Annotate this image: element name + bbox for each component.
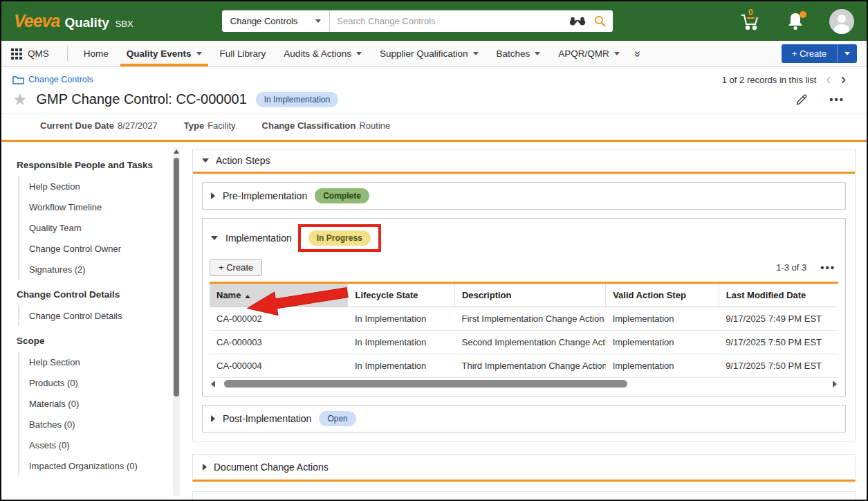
more-actions-icon[interactable]: •••: [829, 93, 844, 105]
expand-triangle-icon: [211, 192, 215, 199]
detail-field: TypeFacility: [184, 120, 236, 131]
tab-quality-events[interactable]: Quality Events: [118, 41, 211, 66]
status-badge-open: Open: [319, 411, 355, 426]
sidebar-item-batches[interactable]: Batches (0): [29, 414, 163, 435]
sidebar-item-products[interactable]: Products (0): [29, 372, 163, 393]
status-badge-complete: Complete: [315, 188, 369, 203]
effectiveness-check-section[interactable]: Effectiveness Check: [192, 491, 856, 500]
sidebar-item-signatures[interactable]: Signatures (2): [29, 259, 163, 280]
table-row: CA-000002 In Implementation First Implem…: [210, 307, 838, 331]
panel-label: Post-Implementation: [223, 413, 311, 424]
search-scope-label: Change Controls: [230, 16, 298, 26]
table-row: CA-000004 In Implementation Third Implem…: [210, 354, 838, 378]
column-header-valid-action-step[interactable]: Valid Action Step: [606, 283, 719, 307]
user-avatar[interactable]: [829, 9, 854, 34]
table-header-row: Name Lifecycle State Description Valid A…: [210, 283, 838, 307]
breadcrumb-row: Change Controls 1 of 2 records in this l…: [1, 67, 867, 85]
section-title: Effectiveness Check: [214, 499, 302, 500]
environment-label: SBX: [116, 19, 133, 29]
favorite-star-icon[interactable]: ★: [12, 92, 28, 107]
sort-ascending-icon: [245, 295, 250, 298]
record-detail-strip: Current Due Date8/27/2027 TypeFacility C…: [1, 113, 867, 137]
action-steps-section: Action Steps Pre-Implementation Complete…: [192, 149, 856, 441]
sidebar-section-title: Change Control Details: [17, 289, 163, 300]
panel-label: Implementation: [225, 233, 292, 244]
annotation-highlight-box: In Progress: [298, 224, 381, 252]
previous-record-icon[interactable]: ‹: [826, 74, 831, 85]
sidebar-item-quality-team[interactable]: Quality Team: [29, 217, 163, 238]
tab-batches[interactable]: Batches: [488, 41, 550, 66]
app-switcher[interactable]: QMS: [11, 41, 60, 66]
record-count-text: 1 of 2 records in this list: [722, 75, 817, 85]
tab-home[interactable]: Home: [75, 41, 118, 66]
folder-icon: [12, 75, 24, 84]
document-change-actions-section[interactable]: Document Change Actions: [192, 454, 856, 482]
scroll-up-icon[interactable]: [174, 149, 179, 154]
create-dropdown-button[interactable]: [837, 44, 857, 63]
breadcrumb-label: Change Controls: [28, 75, 93, 84]
sidebar-scrollbar[interactable]: [173, 147, 180, 497]
collapse-triangle-icon: [211, 236, 218, 240]
sidebar-item-materials[interactable]: Materials (0): [29, 393, 163, 414]
table-row: CA-000003 In Implementation Second Imple…: [210, 331, 838, 354]
sidebar-item-change-control-owner[interactable]: Change Control Owner: [29, 238, 163, 259]
record-main-panel: Action Steps Pre-Implementation Complete…: [187, 142, 867, 500]
action-steps-header[interactable]: Action Steps: [193, 149, 855, 174]
column-header-name[interactable]: Name: [210, 283, 348, 307]
scrollbar-thumb[interactable]: [174, 158, 179, 397]
app-window: Veeva Quality SBX Change Controls Search…: [0, 0, 868, 501]
tab-audits-actions[interactable]: Audits & Actions: [275, 41, 371, 66]
detail-field: Change ClassificationRoutine: [262, 120, 391, 131]
page-title: GMP Change Control: CC-000001: [37, 91, 247, 107]
column-header-description[interactable]: Description: [454, 283, 605, 307]
notifications-bell-icon[interactable]: [786, 11, 806, 32]
post-implementation-header[interactable]: Post-Implementation Open: [203, 406, 845, 432]
change-actions-table: Name Lifecycle State Description Valid A…: [210, 282, 838, 378]
pre-implementation-header[interactable]: Pre-Implementation Complete: [203, 183, 845, 209]
create-button[interactable]: + Create: [782, 44, 837, 63]
column-header-last-modified-date[interactable]: Last Modified Date: [719, 283, 838, 307]
create-change-action-button[interactable]: + Create: [210, 259, 262, 276]
veeva-logo: Veeva Quality SBX: [14, 11, 133, 31]
chevron-down-icon: [614, 52, 620, 55]
next-record-icon[interactable]: ›: [841, 74, 846, 85]
scrollbar-thumb[interactable]: [224, 380, 627, 388]
veeva-wordmark: Veeva: [14, 11, 59, 31]
tab-supplier-qualification[interactable]: Supplier Qualification: [371, 41, 488, 66]
sidebar-item-workflow-timeline[interactable]: Workflow Timeline: [29, 197, 163, 217]
tab-apqr-qmr[interactable]: APQR/QMR: [549, 41, 629, 66]
search-icon[interactable]: [594, 15, 606, 27]
binoculars-icon[interactable]: [569, 17, 586, 26]
sidebar-item-change-control-details[interactable]: Change Control Details: [29, 305, 163, 326]
search-input[interactable]: Search Change Controls: [330, 16, 569, 26]
record-sidebar: Responsible People and Tasks Help Sectio…: [1, 142, 187, 500]
scroll-left-icon[interactable]: [211, 381, 215, 388]
sidebar-item-assets[interactable]: Assets (0): [29, 435, 163, 455]
cart-icon[interactable]: 0: [738, 9, 763, 34]
detail-field: Current Due Date8/27/2027: [40, 120, 158, 131]
record-link[interactable]: CA-000003: [210, 331, 348, 354]
divider: [67, 46, 68, 61]
record-link[interactable]: CA-000004: [210, 354, 348, 378]
pre-implementation-panel: Pre-Implementation Complete: [202, 182, 846, 210]
chevron-down-icon: [196, 52, 202, 55]
chevron-down-icon: [356, 52, 362, 55]
sidebar-item-impacted-organizations[interactable]: Impacted Organizations (0): [29, 455, 163, 476]
search-scope-dropdown[interactable]: Change Controls: [222, 10, 330, 32]
tab-full-library[interactable]: Full Library: [211, 41, 275, 66]
sidebar-item-help-section[interactable]: Help Section: [29, 176, 163, 197]
scroll-right-icon[interactable]: [833, 381, 837, 388]
top-bar: Veeva Quality SBX Change Controls Search…: [1, 1, 867, 41]
record-link[interactable]: CA-000002: [210, 307, 348, 331]
implementation-header[interactable]: Implementation In Progress: [203, 219, 845, 257]
notification-dot: [800, 11, 806, 18]
edit-pencil-icon[interactable]: [795, 93, 809, 107]
table-horizontal-scrollbar[interactable]: [210, 380, 838, 388]
breadcrumb[interactable]: Change Controls: [12, 75, 93, 84]
column-header-lifecycle-state[interactable]: Lifecycle State: [348, 283, 455, 307]
primary-nav: QMS Home Quality Events Full Library Aud…: [1, 41, 867, 67]
grid-more-actions-icon[interactable]: •••: [820, 262, 835, 273]
more-tabs-icon[interactable]: »: [631, 45, 645, 62]
sidebar-item-help-section-scope[interactable]: Help Section: [29, 352, 163, 372]
collapse-triangle-icon: [202, 158, 209, 163]
